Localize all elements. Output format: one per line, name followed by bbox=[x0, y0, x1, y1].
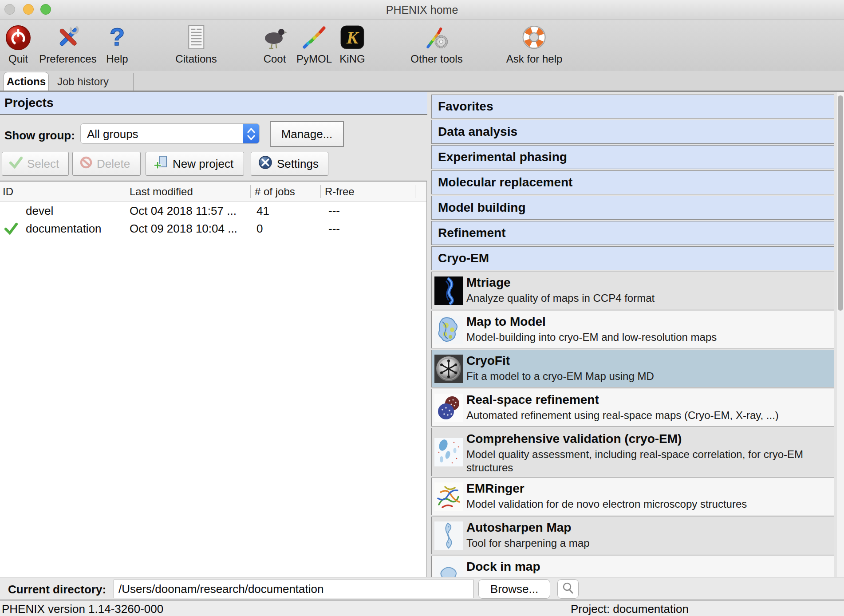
tool-real-space-refinement[interactable]: Real-space refinement Automated refineme… bbox=[431, 389, 834, 426]
select-button[interactable]: Select bbox=[2, 152, 69, 176]
project-r-free: --- bbox=[328, 202, 340, 220]
tool-emringer[interactable]: EMRinger Model validation for de novo el… bbox=[431, 478, 834, 515]
main-content: Projects Show group: All groups Manage..… bbox=[0, 92, 844, 577]
pymol-button[interactable]: PyMOL bbox=[296, 23, 332, 65]
tool-description: Tool for sharpening a map bbox=[466, 537, 827, 550]
tool-title: Real-space refinement bbox=[466, 393, 599, 407]
tool-mtriage[interactable]: Mtriage Analyze quality of maps in CCP4 … bbox=[431, 272, 834, 309]
preferences-button[interactable]: Preferences bbox=[39, 23, 96, 65]
tool-title: Dock in map bbox=[466, 560, 540, 574]
mtriage-thumbnail bbox=[434, 276, 463, 305]
help-button[interactable]: ? Help bbox=[103, 23, 132, 65]
column-divider[interactable] bbox=[320, 185, 321, 198]
category-molecular-replacement[interactable]: Molecular replacement bbox=[431, 170, 834, 194]
comprehensive-validation-thumbnail bbox=[434, 438, 463, 466]
table-row-devel[interactable]: devel Oct 04 2018 11:57 ... 41 --- bbox=[0, 202, 426, 220]
tool-description: Automated refinement using real-space ma… bbox=[466, 409, 827, 422]
coot-bird-icon bbox=[260, 23, 289, 52]
project-r-free: --- bbox=[328, 220, 340, 237]
status-bar: PHENIX version 1.14-3260-000 Project: do… bbox=[0, 600, 844, 616]
scrollbar-thumb[interactable] bbox=[838, 95, 843, 311]
chevron-updown-icon bbox=[243, 124, 259, 144]
current-directory-label: Current directory: bbox=[8, 583, 106, 596]
tab-separator bbox=[133, 73, 134, 91]
other-tools-button[interactable]: Other tools bbox=[410, 23, 462, 65]
tab-actions[interactable]: Actions bbox=[4, 72, 49, 91]
tool-comprehensive-validation[interactable]: Comprehensive validation (cryo-EM) Model… bbox=[431, 428, 834, 476]
real-space-refinement-thumbnail bbox=[434, 394, 463, 422]
tool-title: Autosharpen Map bbox=[466, 521, 571, 535]
tool-autosharpen-map[interactable]: Autosharpen Map Tool for sharpening a ma… bbox=[431, 517, 834, 554]
current-project-text: Project: documentation bbox=[571, 602, 689, 616]
projects-title: Projects bbox=[4, 96, 54, 110]
citations-button[interactable]: Citations bbox=[175, 23, 217, 65]
tool-title: EMRinger bbox=[466, 482, 525, 496]
new-project-button[interactable]: New project bbox=[146, 152, 244, 176]
search-button[interactable] bbox=[557, 579, 579, 599]
tools-icon bbox=[53, 23, 83, 52]
scrollbar[interactable] bbox=[836, 92, 844, 577]
delete-button[interactable]: Delete bbox=[72, 152, 141, 176]
settings-button[interactable]: Settings bbox=[251, 152, 328, 176]
ask-for-help-button[interactable]: Ask for help bbox=[506, 23, 563, 65]
category-favorites[interactable]: Favorites bbox=[431, 95, 834, 118]
project-num-jobs: 41 bbox=[256, 202, 269, 220]
tab-bar: Actions Job history bbox=[0, 71, 844, 92]
settings-badge-icon bbox=[258, 155, 272, 173]
tool-description: Model validation for de novo electron mi… bbox=[466, 498, 827, 511]
main-toolbar: Quit Preferences ? Help bbox=[0, 20, 844, 71]
group-select[interactable]: All groups bbox=[80, 123, 260, 144]
emringer-thumbnail bbox=[434, 482, 463, 511]
king-icon: K bbox=[338, 23, 367, 52]
tool-browser: Favorites Data analysis Experimental pha… bbox=[431, 95, 834, 577]
category-cryo-em[interactable]: Cryo-EM bbox=[431, 246, 834, 270]
svg-text:?: ? bbox=[110, 24, 125, 51]
category-data-analysis[interactable]: Data analysis bbox=[431, 120, 834, 144]
svg-text:K: K bbox=[346, 28, 359, 47]
table-row-documentation[interactable]: documentation Oct 09 2018 10:04 ... 0 --… bbox=[0, 220, 426, 237]
ribbon-icon bbox=[300, 23, 329, 52]
column-last-modified[interactable]: Last modified bbox=[130, 182, 193, 201]
tool-title: CryoFit bbox=[466, 354, 510, 368]
tool-cryofit[interactable]: CryoFit Fit a model to a cryo-EM Map usi… bbox=[431, 350, 834, 387]
king-button[interactable]: K KiNG bbox=[338, 23, 367, 65]
active-project-check-icon bbox=[4, 222, 18, 237]
project-last-modified: Oct 09 2018 10:04 ... bbox=[130, 220, 237, 237]
cryofit-thumbnail bbox=[434, 355, 463, 383]
tool-title: Mtriage bbox=[466, 276, 511, 290]
column-r-free[interactable]: R-free bbox=[325, 182, 355, 201]
current-directory-input[interactable] bbox=[114, 580, 474, 598]
category-experimental-phasing[interactable]: Experimental phasing bbox=[431, 145, 834, 169]
tool-dock-in-map[interactable]: Dock in map bbox=[431, 556, 834, 577]
dock-in-map-thumbnail bbox=[434, 557, 463, 577]
tool-description: Model-building into cryo-EM and low-reso… bbox=[466, 331, 827, 344]
version-text: PHENIX version 1.14-3260-000 bbox=[2, 602, 163, 616]
project-id: devel bbox=[26, 202, 53, 220]
projects-table-header[interactable]: ID Last modified # of jobs R-free bbox=[0, 182, 426, 201]
column-id[interactable]: ID bbox=[3, 182, 13, 201]
category-refinement[interactable]: Refinement bbox=[431, 221, 834, 245]
browse-button[interactable]: Browse... bbox=[478, 579, 550, 599]
project-id: documentation bbox=[26, 220, 102, 237]
document-icon bbox=[181, 23, 211, 52]
add-page-icon bbox=[153, 155, 168, 173]
column-num-jobs[interactable]: # of jobs bbox=[255, 182, 295, 201]
project-num-jobs: 0 bbox=[256, 220, 263, 237]
column-divider[interactable] bbox=[250, 185, 251, 198]
column-divider[interactable] bbox=[415, 185, 415, 198]
search-icon bbox=[562, 582, 574, 596]
coot-button[interactable]: Coot bbox=[260, 23, 289, 65]
manage-button[interactable]: Manage... bbox=[270, 121, 344, 147]
quit-button[interactable]: Quit bbox=[4, 23, 33, 65]
column-divider[interactable] bbox=[124, 185, 124, 198]
power-icon bbox=[4, 23, 33, 52]
projects-table: ID Last modified # of jobs R-free devel … bbox=[0, 181, 427, 577]
category-model-building[interactable]: Model building bbox=[431, 196, 834, 220]
tool-description: Analyze quality of maps in CCP4 format bbox=[466, 292, 827, 305]
lifebuoy-icon bbox=[520, 23, 549, 52]
tool-map-to-model[interactable]: Map to Model Model-building into cryo-EM… bbox=[431, 311, 834, 348]
tool-title: Map to Model bbox=[466, 315, 546, 329]
no-entry-icon bbox=[80, 156, 92, 172]
tab-job-history[interactable]: Job history bbox=[50, 72, 116, 91]
tool-title: Comprehensive validation (cryo-EM) bbox=[466, 432, 682, 446]
